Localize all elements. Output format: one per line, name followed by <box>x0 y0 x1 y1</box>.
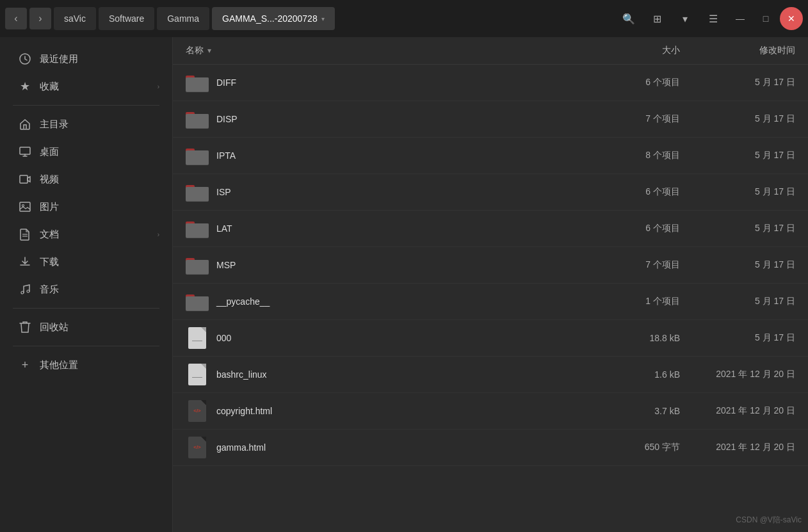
file-date: 2021 年 12 月 20 日 <box>680 405 795 417</box>
column-date[interactable]: 修改时间 <box>680 45 795 56</box>
table-row[interactable]: </> gamma.html 650 字节 2021 年 12 月 20 日 <box>173 430 808 466</box>
video-icon <box>18 172 32 186</box>
file-date: 2021 年 12 月 20 日 <box>680 369 795 380</box>
close-button[interactable]: ✕ <box>780 7 803 30</box>
file-date: 2021 年 12 月 20 日 <box>680 442 795 453</box>
sidebar-home-label: 主目录 <box>40 118 69 131</box>
svg-rect-3 <box>20 202 30 211</box>
sidebar-trash-label: 回收站 <box>40 321 69 334</box>
table-row[interactable]: 000 18.8 kB 5 月 17 日 <box>173 320 808 357</box>
file-size: 18.8 kB <box>578 333 680 343</box>
file-size: 1 个项目 <box>578 296 680 307</box>
table-row[interactable]: </> copyright.html 3.7 kB 2021 年 12 月 20… <box>173 393 808 430</box>
breadcrumb-software-label: Software <box>109 13 144 24</box>
file-icon <box>186 254 209 277</box>
file-size: 7 个项目 <box>578 259 680 271</box>
file-rows-container: DIFF 6 个项目 5 月 17 日 DISP 7 个项目 5 月 17 日 … <box>173 65 808 466</box>
svg-point-4 <box>22 205 24 207</box>
file-date: 5 月 17 日 <box>680 259 795 271</box>
recent-icon <box>18 52 32 66</box>
file-icon <box>186 217 209 240</box>
file-date: 5 月 17 日 <box>680 113 795 125</box>
breadcrumb-savic[interactable]: saVic <box>54 7 96 30</box>
table-row[interactable]: LAT 6 个项目 5 月 17 日 <box>173 211 808 247</box>
file-name: 000 <box>216 333 578 343</box>
table-row[interactable]: MSP 7 个项目 5 月 17 日 <box>173 247 808 284</box>
column-size[interactable]: 大小 <box>578 45 680 56</box>
sidebar-item-favorites[interactable]: ★ 收藏 › <box>5 73 167 100</box>
sidebar-item-home[interactable]: 主目录 <box>5 111 167 138</box>
breadcrumb-gamma-label: Gamma <box>167 13 199 24</box>
sidebar-other-label: 其他位置 <box>40 359 78 371</box>
column-name[interactable]: 名称 ▾ <box>186 45 578 56</box>
table-row[interactable]: DIFF 6 个项目 5 月 17 日 <box>173 65 808 101</box>
view-options-button[interactable]: ▾ <box>672 7 698 30</box>
table-row[interactable]: __pycache__ 1 个项目 5 月 17 日 <box>173 284 808 320</box>
document-icon <box>18 227 32 241</box>
file-icon: </> <box>186 399 209 423</box>
file-name: LAT <box>216 223 578 234</box>
download-icon <box>18 255 32 269</box>
sidebar-music-label: 音乐 <box>40 284 59 296</box>
sidebar-item-recent[interactable]: 最近使用 <box>5 45 167 72</box>
search-button[interactable]: 🔍 <box>616 7 642 30</box>
table-row[interactable]: bashrc_linux 1.6 kB 2021 年 12 月 20 日 <box>173 357 808 393</box>
file-size: 3.7 kB <box>578 406 680 416</box>
close-icon: ✕ <box>788 13 795 24</box>
sidebar-item-downloads[interactable]: 下载 <box>5 248 167 275</box>
file-name: DIFF <box>216 77 578 88</box>
svg-rect-20 <box>186 187 209 201</box>
sidebar-desktop-label: 桌面 <box>40 146 59 158</box>
table-row[interactable]: ISP 6 个项目 5 月 17 日 <box>173 174 808 211</box>
sidebar-divider-2 <box>13 308 159 309</box>
sidebar-downloads-label: 下载 <box>40 256 59 268</box>
file-list: 名称 ▾ 大小 修改时间 DIFF 6 个项目 5 月 17 日 DISP 7 … <box>173 37 808 532</box>
breadcrumb-gamma-s[interactable]: GAMMA_S...-20200728 ▾ <box>212 7 335 30</box>
file-name: DISP <box>216 114 578 124</box>
trash-icon <box>18 320 32 334</box>
table-row[interactable]: IPTA 8 个项目 5 月 17 日 <box>173 138 808 174</box>
breadcrumb-dropdown-arrow: ▾ <box>321 15 325 22</box>
maximize-icon: □ <box>763 13 768 24</box>
file-name: bashrc_linux <box>216 369 578 380</box>
svg-point-7 <box>21 291 24 294</box>
dropdown-icon: ▾ <box>683 13 688 25</box>
sidebar: 最近使用 ★ 收藏 › 主目录 桌面 <box>0 37 173 532</box>
svg-rect-1 <box>20 147 30 154</box>
other-icon: + <box>18 358 32 372</box>
file-icon <box>186 363 209 386</box>
sidebar-item-trash[interactable]: 回收站 <box>5 314 167 341</box>
sidebar-divider-3 <box>13 346 159 346</box>
forward-button[interactable]: › <box>29 8 51 29</box>
file-list-header: 名称 ▾ 大小 修改时间 <box>173 37 808 65</box>
star-icon: ★ <box>18 79 32 93</box>
minimize-icon: — <box>736 13 745 24</box>
back-button[interactable]: ‹ <box>5 8 27 29</box>
maximize-button[interactable]: □ <box>754 7 777 30</box>
hamburger-icon: ☰ <box>709 13 718 25</box>
file-name: ISP <box>216 187 578 197</box>
menu-button[interactable]: ☰ <box>700 7 726 30</box>
file-size: 8 个项目 <box>578 150 680 161</box>
svg-point-8 <box>27 290 29 293</box>
sidebar-item-music[interactable]: 音乐 <box>5 276 167 303</box>
table-row[interactable]: DISP 7 个项目 5 月 17 日 <box>173 101 808 138</box>
minimize-button[interactable]: — <box>729 7 752 30</box>
sidebar-item-other[interactable]: + 其他位置 <box>5 351 167 378</box>
breadcrumb-software[interactable]: Software <box>99 7 154 30</box>
sidebar-item-documents[interactable]: 文档 › <box>5 221 167 248</box>
file-name: IPTA <box>216 150 578 161</box>
home-icon <box>18 117 32 131</box>
file-size: 6 个项目 <box>578 186 680 198</box>
music-icon <box>18 282 32 296</box>
file-size: 1.6 kB <box>578 369 680 380</box>
titlebar-actions: 🔍 ⊞ ▾ ☰ — □ ✕ <box>616 7 803 30</box>
picture-icon <box>18 200 32 214</box>
view-toggle-button[interactable]: ⊞ <box>644 7 670 30</box>
sidebar-item-pictures[interactable]: 图片 <box>5 193 167 220</box>
breadcrumb-gamma[interactable]: Gamma <box>157 7 209 30</box>
sidebar-item-desktop[interactable]: 桌面 <box>5 138 167 165</box>
sidebar-recent-label: 最近使用 <box>40 53 78 65</box>
sidebar-item-videos[interactable]: 视频 <box>5 166 167 193</box>
file-date: 5 月 17 日 <box>680 77 795 88</box>
